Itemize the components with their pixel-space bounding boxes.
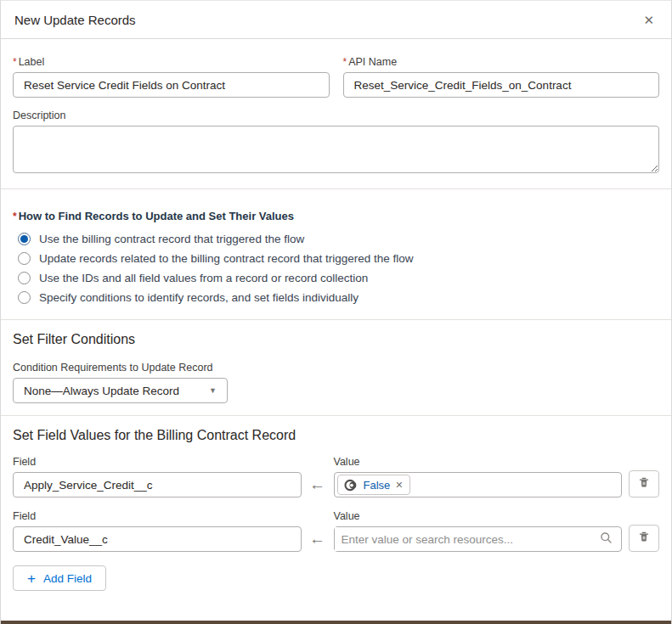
required-marker: *	[13, 56, 17, 68]
condition-requirements-dropdown[interactable]: None—Always Update Record ▼	[13, 378, 228, 403]
value-label: Value	[334, 510, 623, 522]
delete-row-button[interactable]	[629, 525, 659, 552]
radio-selected-icon[interactable]	[18, 233, 31, 245]
label-field-group: *Label	[13, 56, 330, 98]
divider	[1, 415, 671, 416]
modal-title: New Update Records	[14, 13, 640, 27]
description-textarea[interactable]	[13, 126, 659, 173]
label-field-label: *Label	[13, 56, 330, 68]
field-label: Field	[13, 510, 302, 522]
how-to-find-radio-group: Use the billing contract record that tri…	[13, 229, 659, 307]
api-name-field-group: *API Name	[343, 56, 660, 98]
radio-option-specify-conditions[interactable]: Specify conditions to identify records, …	[13, 288, 659, 307]
value-column: Value	[334, 510, 623, 552]
filter-conditions-heading: Set Filter Conditions	[13, 332, 659, 347]
pill-remove-icon[interactable]: ✕	[395, 480, 403, 491]
divider	[1, 319, 671, 320]
field-label: Field	[13, 456, 302, 468]
value-search-combobox[interactable]	[334, 526, 623, 552]
radio-option-triggering-record[interactable]: Use the billing contract record that tri…	[13, 229, 659, 249]
name-fields-row: *Label *API Name	[13, 56, 659, 98]
modal-body: *Label *API Name Description *How to Fin…	[1, 39, 671, 591]
condition-requirements-value: None—Always Update Record	[24, 385, 179, 397]
background-surface-edge	[1, 621, 671, 624]
modal-header: New Update Records ✕	[1, 1, 671, 39]
arrow-left-icon: ←	[302, 526, 334, 552]
field-column: Field	[13, 456, 302, 498]
field-input[interactable]	[13, 526, 302, 552]
field-input[interactable]	[13, 472, 302, 498]
divider	[1, 188, 671, 189]
value-column: Value False ✕	[334, 456, 623, 498]
field-value-row: Field ← Value	[13, 510, 659, 552]
boolean-toggle-icon	[344, 479, 359, 492]
required-marker: *	[343, 56, 347, 68]
radio-option-label: Use the billing contract record that tri…	[39, 233, 304, 245]
condition-requirements-label: Condition Requirements to Update Record	[13, 362, 659, 374]
add-field-button[interactable]: + Add Field	[13, 565, 106, 591]
radio-unselected-icon[interactable]	[18, 252, 31, 265]
trash-icon	[638, 476, 650, 492]
add-field-label: Add Field	[43, 572, 92, 585]
description-field-group: Description	[13, 110, 659, 177]
pill-value-text: False	[364, 479, 391, 492]
chevron-down-icon: ▼	[209, 386, 217, 395]
radio-option-label: Use the IDs and all field values from a …	[39, 272, 368, 284]
radio-unselected-icon[interactable]	[18, 291, 31, 304]
how-to-find-heading: *How to Find Records to Update and Set T…	[13, 210, 659, 222]
arrow-left-icon: ←	[302, 472, 334, 498]
radio-option-label: Specify conditions to identify records, …	[39, 291, 359, 304]
radio-unselected-icon[interactable]	[18, 272, 31, 284]
delete-row-button[interactable]	[629, 470, 659, 498]
radio-option-ids-field-values[interactable]: Use the IDs and all field values from a …	[13, 268, 659, 288]
field-column: Field	[13, 510, 302, 552]
resource-pill[interactable]: False ✕	[337, 475, 410, 495]
set-field-values-heading: Set Field Values for the Billing Contrac…	[13, 428, 659, 443]
value-combobox[interactable]: False ✕	[334, 472, 623, 498]
radio-option-related-records[interactable]: Update records related to the billing co…	[13, 249, 659, 268]
radio-option-label: Update records related to the billing co…	[39, 252, 414, 265]
label-input[interactable]	[13, 72, 330, 98]
trash-icon	[638, 531, 650, 546]
api-name-input[interactable]	[343, 72, 660, 98]
new-update-records-modal: New Update Records ✕ *Label *API Name De…	[0, 0, 672, 624]
field-value-row: Field ← Value False ✕	[13, 456, 659, 498]
plus-icon: +	[27, 571, 36, 586]
value-label: Value	[334, 456, 623, 468]
value-search-input[interactable]	[335, 527, 601, 551]
api-name-field-label: *API Name	[343, 56, 660, 68]
close-icon[interactable]: ✕	[640, 10, 658, 30]
description-label: Description	[13, 110, 659, 121]
required-marker: *	[13, 211, 17, 222]
search-icon	[600, 531, 613, 547]
